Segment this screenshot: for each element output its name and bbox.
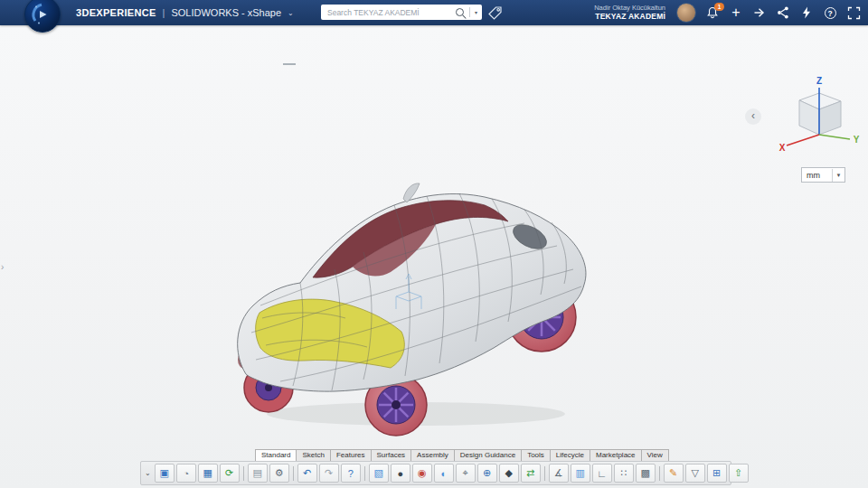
material-sphere-icon[interactable]: ● [391,464,410,483]
axis-y-label: Y [854,135,860,145]
user-name: Nadir Oktay Kücükaltun [594,4,665,12]
bottom-toolbar: ⌄ ▣◔▦⟳▤⚙↶↷?▧●◉◐⌖⊕◆⇄∡▥∟∷▩✎▽⊞⇧ [140,461,731,485]
help-button[interactable]: ? [823,3,837,23]
toolbar-separator [544,466,545,481]
save-icon[interactable]: ▦ [198,464,218,483]
tab-tools[interactable]: Tools [521,449,551,462]
app-name[interactable]: SOLIDWORKS - xShape [171,7,281,18]
filter-icon[interactable]: ▽ [685,464,705,483]
xshape-window: 3DEXPERIENCE | SOLIDWORKS - xShape ⌄ ▾ N… [0,0,868,488]
brand-separator: | [163,7,165,18]
units-chevron-icon: ▼ [832,169,844,182]
3d-viewport[interactable]: › [0,25,868,488]
add-content-button[interactable]: + [729,3,743,23]
app-menu-chevron-icon[interactable]: ⌄ [288,9,294,17]
toolbar-separator [293,466,294,481]
snap-target-icon[interactable]: ⌖ [456,464,476,483]
axis-x-label: X [779,143,786,153]
units-dropdown[interactable]: mm ▼ [801,167,845,183]
tab-features[interactable]: Features [330,449,372,462]
insert-design-icon[interactable]: ▣ [155,464,175,483]
grid-table-icon[interactable]: ⊞ [707,464,727,483]
pattern-icon[interactable]: ∷ [614,464,634,483]
share-network-button[interactable] [776,3,790,23]
left-panel-expand-chevron-icon[interactable]: › [1,262,4,272]
toolbar-separator [364,466,365,481]
collapse-panel-button[interactable]: ‹ [745,108,761,125]
render-image-icon[interactable]: ▧ [369,464,389,483]
tab-assembly[interactable]: Assembly [410,449,455,462]
tab-lifecycle[interactable]: Lifecycle [550,449,590,462]
search-dropdown-chevron-icon[interactable]: ▾ [470,9,482,15]
physical-product-icon[interactable]: ◔ [176,464,196,483]
actions-button[interactable] [799,3,814,23]
transform-icon[interactable]: ◆ [499,464,519,483]
user-identity[interactable]: Nadir Oktay Kücükaltun TEKYAZ AKADEMİ [594,4,665,21]
platform-brand: 3DEXPERIENCE [76,7,156,18]
fullscreen-button[interactable] [846,3,861,23]
help-icon: ? [825,7,836,19]
share-nodes-icon [776,5,790,20]
sketch-pencil-icon[interactable]: ✎ [664,464,684,483]
redo-icon[interactable]: ↷ [319,464,339,483]
tab-standard[interactable]: Standard [255,449,297,462]
refresh-icon[interactable]: ⟳ [220,464,240,483]
axis-z-label: Z [816,76,822,86]
tab-sketch[interactable]: Sketch [296,449,330,462]
toolbar-separator [659,466,660,481]
search-icon[interactable] [456,8,464,16]
global-search[interactable]: ▾ [321,5,482,20]
clipboard-icon[interactable]: ▤ [248,464,268,483]
compass-glyph [25,0,60,32]
tab-marketplace[interactable]: Marketplace [590,449,642,462]
ribbon-tabs: StandardSketchFeaturesSurfacesAssemblyDe… [256,449,669,462]
lightning-icon [799,5,814,20]
notification-badge: 1 [714,3,724,11]
top-bar-right-cluster: Nadir Oktay Kücükaltun TEKYAZ AKADEMİ 1 … [594,0,861,25]
align-icon[interactable]: ∟ [592,464,612,483]
compare-icon[interactable]: ⇄ [521,464,541,483]
tab-design-guidance[interactable]: Design Guidance [454,449,522,462]
3ds-compass-logo[interactable] [24,0,61,33]
export-upload-icon[interactable]: ⇧ [729,464,749,483]
view-axes-triad[interactable]: Z X Y [774,73,864,164]
arrow-right-icon [752,5,767,20]
undo-icon[interactable]: ↶ [297,464,317,483]
collapsed-toolbar-handle[interactable] [283,63,296,65]
tab-surfaces[interactable]: Surfaces [371,449,412,462]
move-manipulator-icon[interactable]: ⊕ [477,464,497,483]
appearance-sphere-icon[interactable]: ◐ [434,464,454,483]
tab-view[interactable]: View [641,449,669,462]
search-input[interactable] [321,8,454,17]
toolbar-separator [243,466,244,481]
section-view-icon[interactable]: ▥ [571,464,590,483]
tag-icon[interactable] [487,5,503,24]
settings-gear-icon[interactable]: ⚙ [269,464,289,483]
measure-icon[interactable]: ∡ [549,464,569,483]
user-organization: TEKYAZ AKADEMİ [594,12,665,21]
notifications-button[interactable]: 1 [705,3,720,23]
share-link-button[interactable] [752,3,767,23]
avatar[interactable] [676,3,696,23]
bottom-toolbar-icons: ▣◔▦⟳▤⚙↶↷?▧●◉◐⌖⊕◆⇄∡▥∟∷▩✎▽⊞⇧ [154,464,750,483]
fullscreen-icon [847,6,861,20]
car-model[interactable] [226,168,597,439]
color-wheel-icon[interactable]: ◉ [412,464,432,483]
plus-icon: + [731,4,740,22]
wireframe-icon[interactable]: ▩ [636,464,656,483]
units-value: mm [802,171,832,180]
brand-row: 3DEXPERIENCE | SOLIDWORKS - xShape ⌄ [76,0,294,25]
help-icon[interactable]: ? [341,464,361,483]
toolbar-overflow-chevron-icon[interactable]: ⌄ [144,469,154,477]
